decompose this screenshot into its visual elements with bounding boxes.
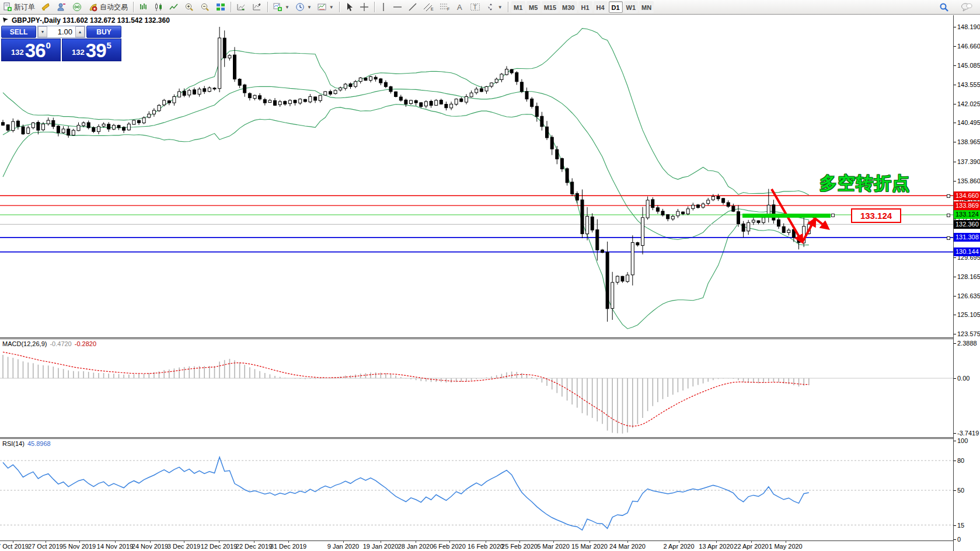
tile-windows-icon bbox=[216, 2, 225, 12]
price-tick: 146.660 bbox=[957, 42, 980, 50]
candlestick-icon bbox=[154, 2, 163, 12]
chart-title: GBPJPY-,Daily 131.602 132.672 131.542 13… bbox=[3, 16, 170, 25]
time-label: 16 Feb 2020 bbox=[468, 543, 504, 550]
macd-tick: -3.7419 bbox=[957, 429, 979, 437]
toolbar-separator bbox=[267, 2, 268, 12]
price-line-badge: 134.660 bbox=[954, 191, 980, 200]
svg-text:F: F bbox=[447, 7, 449, 11]
timeframe-m1-button[interactable]: M1 bbox=[511, 1, 525, 13]
time-label: 5 Nov 2019 bbox=[63, 543, 96, 550]
rsi-line bbox=[3, 457, 809, 530]
object-handle[interactable] bbox=[947, 194, 950, 198]
time-label: 22 Dec 2019 bbox=[236, 543, 272, 550]
buy-button[interactable]: BUY bbox=[86, 26, 121, 38]
price-tick: 143.555 bbox=[957, 81, 980, 89]
support-zone-bar[interactable] bbox=[742, 214, 831, 218]
toolbar-separator bbox=[508, 2, 508, 12]
indicators-icon bbox=[273, 2, 283, 12]
price-tick: 126.635 bbox=[957, 292, 980, 300]
toolbar-separator bbox=[374, 2, 375, 12]
macd-tick: 0.00 bbox=[957, 374, 969, 382]
standard-toolbar: 新订单 自动交易 bbox=[0, 0, 131, 14]
buy-price-point: 5 bbox=[107, 40, 111, 50]
macd-pane[interactable] bbox=[0, 339, 953, 437]
time-label: 5 Mar 2020 bbox=[537, 543, 570, 550]
zoom-in-button[interactable] bbox=[182, 1, 197, 13]
price-axis[interactable]: 148.190146.660145.085143.555142.025140.4… bbox=[953, 15, 980, 551]
timeframe-mn-button[interactable]: MN bbox=[639, 1, 654, 13]
bollinger-bands[interactable] bbox=[3, 29, 809, 329]
sell-price[interactable]: 132 36 0 bbox=[1, 39, 61, 61]
search-button[interactable] bbox=[936, 1, 952, 13]
sell-button[interactable]: SELL bbox=[1, 26, 36, 38]
volume-box: ▼ 1.00 ▲ bbox=[37, 26, 85, 38]
chart-title-text: GBPJPY-,Daily 131.602 132.672 131.542 13… bbox=[12, 16, 170, 25]
periods-button[interactable]: ▼ bbox=[292, 1, 315, 13]
chart-shift-button[interactable] bbox=[249, 1, 265, 13]
volume-decrease-button[interactable]: ▼ bbox=[38, 26, 47, 37]
price-line-badge: 133.869 bbox=[954, 201, 980, 210]
auto-trading-icon bbox=[88, 2, 98, 12]
time-axis[interactable]: 7 Oct 201927 Oct 20195 Nov 201914 Nov 20… bbox=[0, 540, 953, 551]
horizontal-line-button[interactable] bbox=[390, 1, 405, 13]
candlestick-chart-button[interactable] bbox=[151, 1, 166, 13]
macd-main-value: -0.4720 bbox=[50, 340, 71, 347]
macd-signal-line bbox=[3, 352, 809, 426]
buy-price[interactable]: 132 39 5 bbox=[62, 39, 121, 61]
volume-increase-button[interactable]: ▲ bbox=[75, 26, 85, 37]
timeframe-h4-button[interactable]: H4 bbox=[594, 1, 608, 13]
rsi-pane[interactable] bbox=[0, 439, 953, 540]
horizontal-level-lines[interactable] bbox=[0, 196, 953, 252]
channel-button[interactable]: E bbox=[420, 1, 437, 13]
indicator-group: ▼ ▼ ▼ bbox=[270, 0, 337, 14]
arrows-tool-button[interactable]: ▼ bbox=[483, 1, 505, 13]
auto-trading-button[interactable]: 自动交易 bbox=[85, 1, 131, 13]
macd-label: MACD(12,26,9)-0.4720-0.2820 bbox=[2, 340, 96, 347]
object-handle[interactable] bbox=[947, 214, 950, 217]
text-label-button[interactable]: T bbox=[467, 1, 483, 13]
object-handle[interactable] bbox=[947, 236, 950, 240]
timeframe-m30-button[interactable]: M30 bbox=[560, 1, 577, 13]
vertical-line-button[interactable] bbox=[377, 1, 390, 13]
buy-price-figure: 132 bbox=[72, 48, 85, 57]
bar-chart-button[interactable] bbox=[136, 1, 151, 13]
chat-icon bbox=[961, 2, 972, 12]
equidistant-channel-icon: E bbox=[423, 2, 434, 12]
text-button[interactable]: A bbox=[453, 1, 467, 13]
cursor-button[interactable] bbox=[342, 1, 357, 13]
price-line-badge: 130.144 bbox=[954, 247, 980, 256]
macd-signal-value: -0.2820 bbox=[75, 340, 96, 347]
tile-windows-button[interactable] bbox=[213, 1, 228, 13]
new-order-button[interactable]: 新订单 bbox=[0, 1, 38, 13]
clock-icon bbox=[295, 2, 305, 12]
timeframe-m15-button[interactable]: M15 bbox=[542, 1, 559, 13]
fibonacci-button[interactable]: F bbox=[437, 1, 453, 13]
price-line-badge: 133.124 bbox=[954, 210, 980, 219]
crosshair-icon bbox=[360, 2, 369, 12]
profile-button[interactable] bbox=[54, 1, 69, 13]
timeframe-d1-button[interactable]: D1 bbox=[609, 1, 623, 13]
toolbar-right bbox=[936, 0, 975, 14]
auto-scroll-button[interactable] bbox=[233, 1, 249, 13]
line-chart-button[interactable] bbox=[166, 1, 182, 13]
candlesticks[interactable] bbox=[2, 27, 811, 322]
zoom-out-button[interactable] bbox=[197, 1, 213, 13]
time-label: 13 Apr 2020 bbox=[699, 543, 733, 550]
object-handle[interactable] bbox=[831, 214, 835, 217]
price-tick: 140.495 bbox=[957, 118, 980, 127]
signals-button[interactable] bbox=[69, 1, 85, 13]
boxed-price-label[interactable]: 133.124 bbox=[851, 208, 901, 223]
chat-button[interactable] bbox=[958, 1, 975, 13]
timeframe-m5-button[interactable]: M5 bbox=[526, 1, 540, 13]
templates-button[interactable]: ▼ bbox=[315, 1, 337, 13]
volume-input[interactable]: 1.00 bbox=[47, 26, 75, 37]
person-chart-icon bbox=[57, 2, 67, 12]
indicators-button[interactable]: ▼ bbox=[270, 1, 292, 13]
zoom-out-icon bbox=[200, 2, 210, 12]
timeframe-w1-button[interactable]: W1 bbox=[624, 1, 639, 13]
timeframe-h1-button[interactable]: H1 bbox=[578, 1, 592, 13]
main-chart[interactable] bbox=[0, 15, 953, 337]
trendline-button[interactable] bbox=[405, 1, 420, 13]
alert-button[interactable] bbox=[38, 1, 54, 13]
crosshair-button[interactable] bbox=[357, 1, 372, 13]
